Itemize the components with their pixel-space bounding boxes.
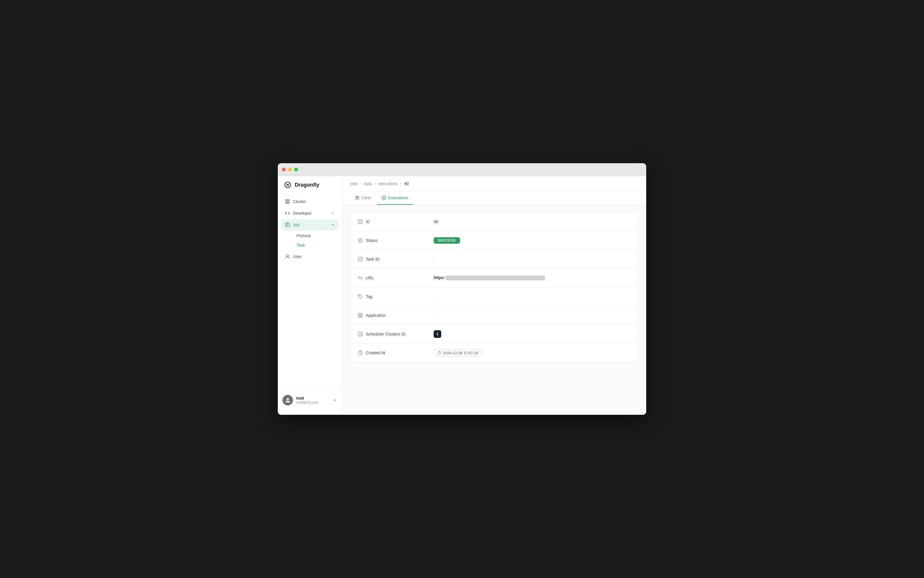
tab-executions-label: Executions: [388, 195, 408, 200]
close-button[interactable]: [282, 167, 286, 171]
scheduler-id-field-icon: ID: [358, 331, 363, 337]
created-at-text: 2024-12-26 11:57:16: [443, 351, 478, 355]
breadcrumb-jobs[interactable]: jobs: [350, 181, 358, 186]
row-created-at: Created At 2024-12-26 11:57:16: [350, 343, 638, 362]
sidebar-item-user-label: User: [293, 254, 302, 259]
sidebar-item-cluster[interactable]: Cluster: [281, 196, 338, 207]
row-url: URL https:: [350, 268, 638, 287]
tab-executions[interactable]: Executions: [377, 191, 413, 205]
url-text-prefix: https:: [434, 275, 445, 280]
detail-card: ID ID 90: [350, 212, 638, 362]
breadcrumb-dot-2: ●: [374, 182, 376, 185]
svg-rect-0: [285, 200, 287, 201]
svg-rect-24: [358, 313, 360, 315]
tag-value: -: [434, 294, 631, 299]
status-value: SUCCESS: [434, 237, 631, 244]
tabs-bar: Clear Executions: [342, 191, 646, 205]
task-id-field-label: Task ID: [366, 257, 379, 261]
row-status: Status SUCCESS: [350, 231, 638, 250]
preheat-label: Preheat: [297, 234, 311, 238]
application-value: -: [434, 313, 631, 318]
row-id: ID ID 90: [350, 213, 638, 231]
sidebar-item-developer[interactable]: Developer: [281, 208, 338, 219]
app-body: Dragonfly: [278, 176, 646, 415]
maximize-button[interactable]: [294, 167, 298, 171]
content-area: ID ID 90: [342, 205, 646, 415]
sidebar-nav: Cluster Developer: [278, 196, 342, 390]
sidebar-item-user[interactable]: User: [281, 251, 338, 262]
task-id-value: -: [434, 257, 631, 261]
sidebar-item-preheat[interactable]: Preheat: [293, 231, 338, 240]
svg-text:ID: ID: [359, 333, 362, 336]
sidebar-item-job[interactable]: Job: [281, 219, 338, 231]
url-value: https:: [434, 275, 631, 280]
svg-rect-1: [288, 200, 290, 201]
breadcrumb: jobs ● task ● executions ● 90: [342, 176, 646, 191]
tab-clear[interactable]: Clear: [350, 191, 376, 205]
task-label: Task: [297, 243, 305, 247]
status-field-label: Status: [366, 238, 378, 243]
executions-tab-icon: [382, 195, 386, 200]
field-scheduler-clusters-id: ID Scheduler Clusters ID: [358, 331, 434, 337]
row-application: Application -: [350, 306, 638, 325]
user-info: root root@d7y.com: [296, 396, 329, 404]
clear-tab-icon: [355, 195, 360, 200]
field-task-id: Task ID: [358, 257, 434, 262]
svg-text:ID: ID: [359, 221, 362, 224]
svg-point-21: [359, 240, 361, 241]
developer-icon: [285, 211, 290, 216]
user-name: root: [296, 396, 329, 401]
field-tag: Tag: [358, 294, 434, 299]
breadcrumb-executions[interactable]: executions: [378, 181, 398, 186]
row-scheduler-clusters-id: ID Scheduler Clusters ID 1: [350, 325, 638, 343]
breadcrumb-dot-3: ●: [400, 182, 402, 185]
svg-marker-17: [383, 197, 385, 199]
sidebar-item-task[interactable]: Task: [293, 240, 338, 250]
created-at-value: 2024-12-26 11:57:16: [434, 349, 631, 357]
status-badge: SUCCESS: [434, 237, 460, 244]
tag-field-icon: [358, 294, 363, 299]
logo-label: Dragonfly: [295, 182, 319, 188]
field-url: URL: [358, 275, 434, 281]
tag-field-label: Tag: [366, 294, 373, 299]
created-at-badge: 2024-12-26 11:57:16: [434, 349, 482, 357]
svg-point-8: [287, 255, 289, 257]
row-task-id: Task ID -: [350, 250, 638, 268]
scheduler-badge: 1: [434, 330, 441, 338]
url-field-label: URL: [366, 276, 374, 280]
svg-point-20: [358, 239, 362, 242]
breadcrumb-dot-1: ●: [360, 182, 362, 185]
application-field-label: Application: [366, 313, 386, 318]
job-chevron-icon: [331, 223, 335, 227]
scheduler-clusters-id-field-label: Scheduler Clusters ID: [366, 332, 405, 336]
user-email: root@d7y.com: [296, 401, 329, 404]
task-id-field-icon: [358, 257, 363, 262]
svg-rect-15: [357, 196, 358, 197]
svg-rect-3: [288, 203, 290, 204]
avatar: [282, 395, 293, 406]
application-field-icon: [358, 313, 363, 318]
row-tag: Tag -: [350, 287, 638, 306]
field-id: ID ID: [358, 219, 434, 224]
user-expand-icon: [332, 398, 337, 403]
dragonfly-logo-icon: [284, 181, 292, 189]
sidebar-item-cluster-label: Cluster: [293, 199, 306, 204]
sidebar-item-developer-label: Developer: [293, 211, 312, 216]
svg-rect-25: [360, 313, 362, 315]
avatar-image: [282, 395, 293, 406]
job-icon: [285, 222, 290, 227]
field-application: Application: [358, 313, 434, 318]
user-footer[interactable]: root root@d7y.com: [278, 390, 342, 410]
breadcrumb-id: 90: [404, 181, 409, 186]
url-blur-overlay: [446, 276, 545, 280]
minimize-button[interactable]: [288, 167, 292, 171]
user-icon: [285, 254, 290, 259]
developer-chevron-icon: [331, 211, 335, 215]
svg-rect-2: [285, 203, 287, 204]
created-at-field-icon: [358, 350, 363, 356]
svg-rect-26: [358, 316, 360, 317]
breadcrumb-task[interactable]: task: [364, 181, 372, 186]
app-window: Dragonfly: [278, 163, 646, 415]
clock-icon: [438, 351, 441, 355]
job-sub-nav: Preheat Task: [281, 231, 338, 250]
